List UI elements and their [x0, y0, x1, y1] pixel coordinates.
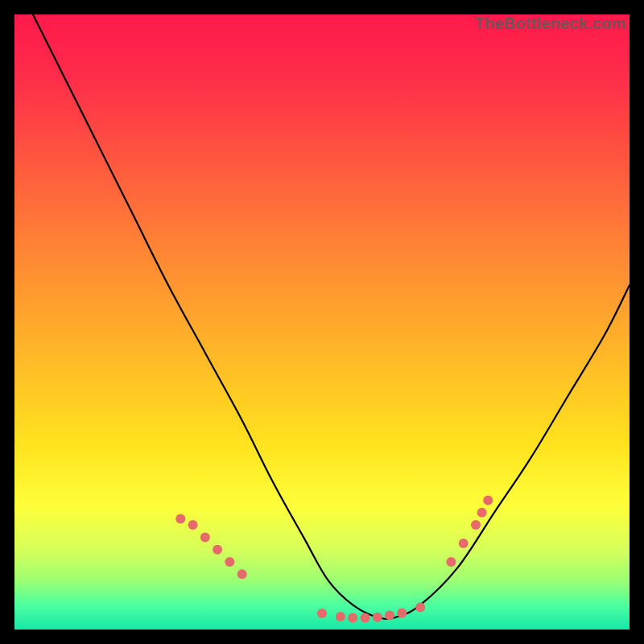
dot-right-rise: [459, 539, 469, 548]
dot-left-rise: [200, 532, 210, 542]
dot-right-rise: [477, 508, 487, 518]
chart-frame: TheBottleneck.com: [14, 14, 630, 630]
dot-valley-floor: [373, 613, 382, 622]
chart-svg: [14, 14, 630, 630]
dot-valley-floor: [317, 609, 327, 618]
dot-left-rise: [225, 557, 234, 567]
dot-valley-floor: [385, 610, 394, 620]
dot-valley-floor: [397, 608, 407, 617]
dot-right-rise: [471, 520, 481, 530]
dot-valley-floor: [415, 603, 425, 613]
dot-left-rise: [237, 569, 247, 579]
dot-valley-floor: [361, 613, 370, 623]
bottleneck-curve: [33, 14, 630, 619]
dot-valley-floor: [336, 612, 345, 621]
dot-right-rise: [483, 496, 493, 506]
annotation-dots: [175, 496, 493, 623]
dot-left-rise: [213, 545, 222, 555]
dot-right-rise: [446, 557, 456, 567]
dot-left-rise: [188, 520, 198, 530]
dot-valley-floor: [348, 613, 357, 623]
dot-left-rise: [175, 514, 185, 524]
